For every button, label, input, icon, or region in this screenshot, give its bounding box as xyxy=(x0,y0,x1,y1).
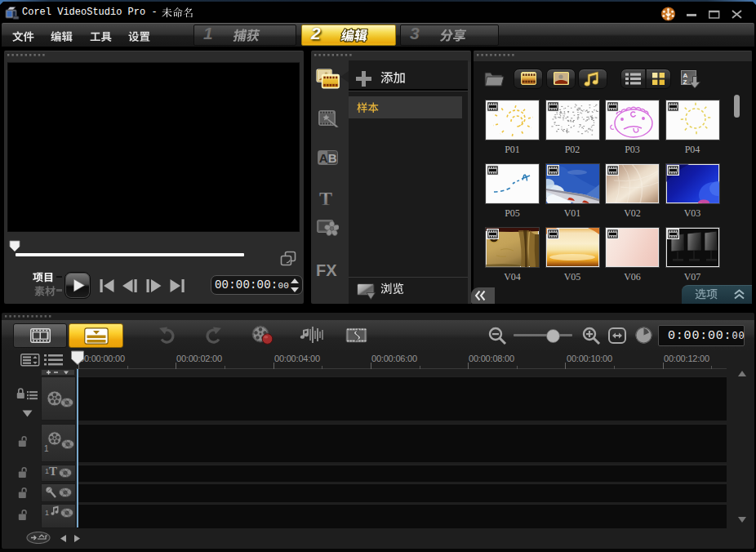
svg-text:Z: Z xyxy=(683,78,687,86)
svg-text:T: T xyxy=(319,190,332,207)
svg-text:B: B xyxy=(328,151,337,165)
svg-text:A: A xyxy=(319,151,328,165)
